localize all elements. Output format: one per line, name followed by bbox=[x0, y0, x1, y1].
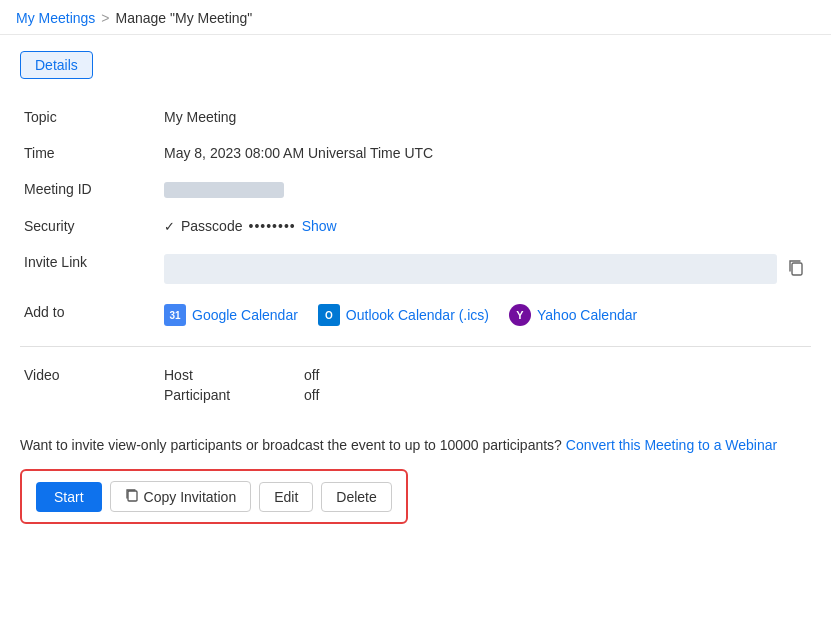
svg-rect-0 bbox=[792, 263, 802, 275]
action-bar: Start Copy Invitation Edit Delete bbox=[20, 469, 408, 524]
host-video-label: Host bbox=[164, 367, 264, 383]
invite-link-row: Invite Link bbox=[20, 244, 811, 294]
tab-bar: Details bbox=[20, 51, 811, 79]
webinar-notice-text: Want to invite view-only participants or… bbox=[20, 437, 562, 453]
security-checkmark: ✓ bbox=[164, 219, 175, 234]
meeting-id-row: Meeting ID bbox=[20, 171, 811, 208]
start-button[interactable]: Start bbox=[36, 482, 102, 512]
topic-value: My Meeting bbox=[160, 99, 811, 135]
convert-to-webinar-link[interactable]: Convert this Meeting to a Webinar bbox=[566, 437, 777, 453]
breadcrumb-my-meetings[interactable]: My Meetings bbox=[16, 10, 95, 26]
meeting-id-label: Meeting ID bbox=[20, 171, 160, 208]
edit-button[interactable]: Edit bbox=[259, 482, 313, 512]
participant-video-label: Participant bbox=[164, 387, 264, 403]
security-label: Security bbox=[20, 208, 160, 244]
topic-row: Topic My Meeting bbox=[20, 99, 811, 135]
video-table: Video Host off Participant off bbox=[20, 357, 811, 413]
passcode-dots: •••••••• bbox=[248, 218, 295, 234]
outlook-calendar-label: Outlook Calendar (.ics) bbox=[346, 307, 489, 323]
add-to-row: Add to 31 Google Calendar O Outlook Cale… bbox=[20, 294, 811, 336]
yahoo-calendar-label: Yahoo Calendar bbox=[537, 307, 637, 323]
copy-link-icon[interactable] bbox=[785, 256, 807, 282]
meeting-id-blurred bbox=[164, 182, 284, 198]
yahoo-calendar-icon: Y bbox=[509, 304, 531, 326]
google-calendar-icon: 31 bbox=[164, 304, 186, 326]
video-label: Video bbox=[20, 357, 160, 413]
security-value: ✓ Passcode •••••••• Show bbox=[160, 208, 811, 244]
security-row: Security ✓ Passcode •••••••• Show bbox=[20, 208, 811, 244]
copy-invitation-button[interactable]: Copy Invitation bbox=[110, 481, 252, 512]
outlook-calendar-icon: O bbox=[318, 304, 340, 326]
breadcrumb-separator: > bbox=[101, 10, 109, 26]
time-value: May 8, 2023 08:00 AM Universal Time UTC bbox=[160, 135, 811, 171]
google-calendar-link[interactable]: 31 Google Calendar bbox=[164, 304, 298, 326]
copy-invitation-label: Copy Invitation bbox=[144, 489, 237, 505]
participant-video-value: off bbox=[304, 387, 319, 403]
outlook-calendar-link[interactable]: O Outlook Calendar (.ics) bbox=[318, 304, 489, 326]
topic-label: Topic bbox=[20, 99, 160, 135]
video-value: Host off Participant off bbox=[160, 357, 811, 413]
invite-link-value bbox=[160, 244, 811, 294]
breadcrumb: My Meetings > Manage "My Meeting" bbox=[0, 0, 831, 35]
section-divider bbox=[20, 346, 811, 347]
yahoo-calendar-link[interactable]: Y Yahoo Calendar bbox=[509, 304, 637, 326]
svg-rect-1 bbox=[128, 491, 137, 501]
meeting-id-value bbox=[160, 171, 811, 208]
add-to-value: 31 Google Calendar O Outlook Calendar (.… bbox=[160, 294, 811, 336]
delete-button[interactable]: Delete bbox=[321, 482, 391, 512]
tab-details[interactable]: Details bbox=[20, 51, 93, 79]
invite-link-label: Invite Link bbox=[20, 244, 160, 294]
meeting-info-table: Topic My Meeting Time May 8, 2023 08:00 … bbox=[20, 99, 811, 336]
participant-video-item: Participant off bbox=[164, 387, 807, 403]
copy-invitation-icon bbox=[125, 488, 139, 505]
time-row: Time May 8, 2023 08:00 AM Universal Time… bbox=[20, 135, 811, 171]
show-passcode-link[interactable]: Show bbox=[302, 218, 337, 234]
invite-link-input bbox=[164, 254, 777, 284]
passcode-label: Passcode bbox=[181, 218, 242, 234]
main-content: Details Topic My Meeting Time May 8, 202… bbox=[0, 35, 831, 544]
time-label: Time bbox=[20, 135, 160, 171]
host-video-item: Host off bbox=[164, 367, 807, 383]
host-video-value: off bbox=[304, 367, 319, 383]
video-row: Video Host off Participant off bbox=[20, 357, 811, 413]
webinar-notice: Want to invite view-only participants or… bbox=[20, 423, 811, 469]
add-to-label: Add to bbox=[20, 294, 160, 336]
google-calendar-label: Google Calendar bbox=[192, 307, 298, 323]
breadcrumb-current-page: Manage "My Meeting" bbox=[116, 10, 253, 26]
